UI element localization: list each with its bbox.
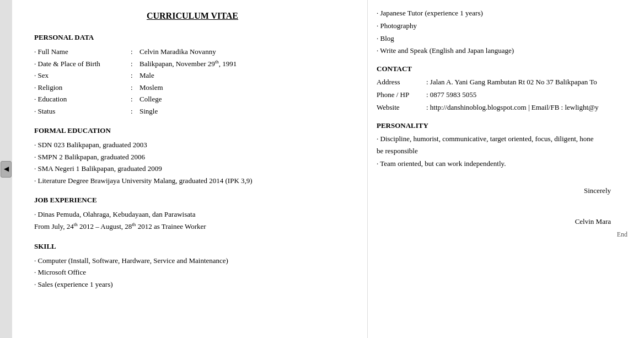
contact-heading: CONTACT — [377, 65, 633, 73]
job-experience-section: JOB EXPERIENCE · Dinas Pemuda, Olahraga,… — [34, 196, 351, 232]
list-item: be responsible — [377, 146, 633, 157]
data-row: · Date & Place of Birth : Balikpapan, No… — [34, 58, 351, 69]
list-item: · Microsoft Office — [34, 267, 351, 278]
list-item: · Literature Degree Brawijaya University… — [34, 175, 351, 186]
contact-value: : Jalan A. Yani Gang Rambutan Rt 02 No 3… — [426, 77, 633, 88]
contact-section: CONTACT Address : Jalan A. Yani Gang Ram… — [377, 65, 633, 113]
end-text: End — [377, 230, 633, 239]
personal-data-heading: PERSONAL DATA — [34, 33, 351, 42]
formal-education-heading: FORMAL EDUCATION — [34, 126, 351, 135]
data-label: · Religion — [34, 82, 131, 93]
contact-value: : 0877 5983 5055 — [426, 89, 633, 101]
list-item: · Photography — [377, 20, 633, 32]
contact-row: Phone / HP : 0877 5983 5055 — [377, 89, 633, 101]
data-value: College — [139, 94, 351, 105]
contact-label: Address — [377, 77, 426, 88]
contact-row: Website : http://danshinoblog.blogspot.c… — [377, 102, 633, 114]
nav-arrow-container: ◀ — [0, 0, 12, 338]
data-value: Single — [139, 106, 351, 117]
data-row: · Education : College — [34, 94, 351, 105]
list-item: · Japanese Tutor (experience 1 years) — [377, 8, 633, 19]
data-label: · Date & Place of Birth — [34, 58, 131, 69]
data-row: · Status : Single — [34, 106, 351, 117]
data-value: Balikpapan, November 29th, 1991 — [139, 58, 351, 69]
contact-row: Address : Jalan A. Yani Gang Rambutan Rt… — [377, 77, 633, 88]
list-item: · Sales (experience 1 years) — [34, 279, 351, 290]
data-colon: : — [131, 46, 139, 57]
data-label: · Status — [34, 106, 131, 117]
signer-name: Celvin Mara — [377, 217, 611, 226]
list-item: · SDN 023 Balikpapan, graduated 2003 — [34, 140, 351, 151]
sincerely-block: Sincerely Celvin Mara — [377, 186, 633, 226]
data-colon: : — [131, 58, 139, 69]
data-value: Celvin Maradika Novanny — [139, 46, 351, 57]
data-label: · Sex — [34, 70, 131, 81]
skill-continued: · Japanese Tutor (experience 1 years) · … — [377, 8, 633, 57]
data-label: · Full Name — [34, 46, 131, 57]
data-value: Male — [139, 70, 351, 81]
contact-label: Phone / HP — [377, 89, 426, 101]
contact-label: Website — [377, 102, 426, 114]
data-value: Moslem — [139, 82, 351, 93]
skill-heading: SKILL — [34, 242, 351, 251]
list-item: · Dinas Pemuda, Olahraga, Kebudayaan, da… — [34, 209, 351, 220]
personal-data-fields: · Full Name : Celvin Maradika Novanny · … — [34, 46, 351, 116]
data-row: · Religion : Moslem — [34, 82, 351, 93]
personality-section: PERSONALITY · Discipline, humorist, comm… — [377, 121, 633, 170]
cv-title: CURRICULUM VITAE — [34, 11, 351, 21]
formal-education-section: FORMAL EDUCATION · SDN 023 Balikpapan, g… — [34, 126, 351, 186]
list-item: · Computer (Install, Software, Hardware,… — [34, 255, 351, 266]
cv-right-column: · Japanese Tutor (experience 1 years) · … — [368, 0, 644, 338]
data-label: · Education — [34, 94, 131, 105]
cv-left-column: CURRICULUM VITAE PERSONAL DATA · Full Na… — [12, 0, 368, 338]
data-colon: : — [131, 94, 139, 105]
list-item: · Discipline, humorist, communicative, t… — [377, 133, 633, 145]
list-item: From July, 24th 2012 – August, 28th 2012… — [34, 221, 351, 232]
list-item: · Write and Speak (English and Japan lan… — [377, 45, 633, 57]
list-item: · SMPN 2 Balikpapan, graduated 2006 — [34, 152, 351, 163]
sincerely-text: Sincerely — [377, 186, 611, 195]
data-colon: : — [131, 106, 139, 117]
data-colon: : — [131, 70, 139, 81]
list-item: · Team oriented, but can work independen… — [377, 158, 633, 170]
data-colon: : — [131, 82, 139, 93]
data-row: · Full Name : Celvin Maradika Novanny — [34, 46, 351, 57]
nav-arrow-button[interactable]: ◀ — [1, 161, 12, 178]
content-area: CURRICULUM VITAE PERSONAL DATA · Full Na… — [12, 0, 644, 338]
data-row: · Sex : Male — [34, 70, 351, 81]
arrow-icon: ◀ — [4, 165, 9, 173]
page-wrapper: ◀ CURRICULUM VITAE PERSONAL DATA · Full … — [0, 0, 644, 338]
list-item: · Blog — [377, 33, 633, 45]
list-item: · SMA Negeri 1 Balikpapan, graduated 200… — [34, 163, 351, 174]
personality-heading: PERSONALITY — [377, 121, 633, 130]
skill-section: SKILL · Computer (Install, Software, Har… — [34, 242, 351, 290]
job-experience-heading: JOB EXPERIENCE — [34, 196, 351, 205]
contact-value: : http://danshinoblog.blogspot.com | Ema… — [426, 102, 633, 114]
